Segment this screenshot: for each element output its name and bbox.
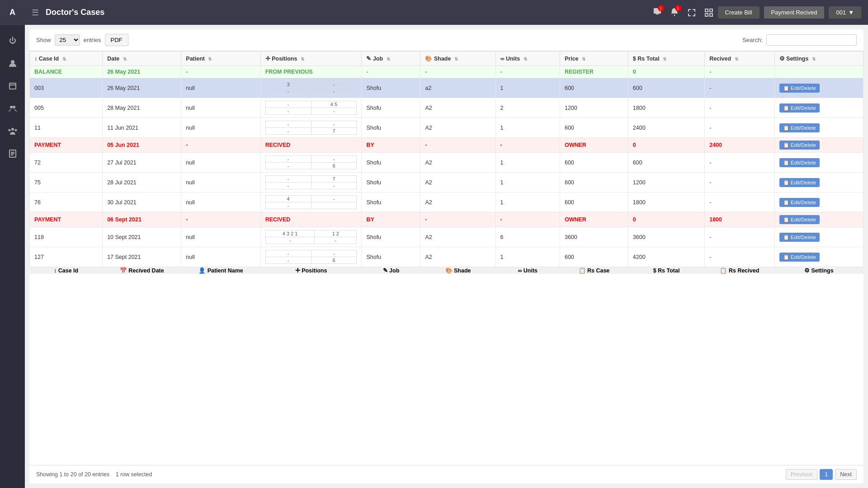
sidebar-item-group[interactable] bbox=[0, 120, 25, 142]
show-label: Show bbox=[36, 37, 51, 43]
main-area: ☰ Doctor's Cases 1 1 Create Bill Payment… bbox=[25, 0, 868, 488]
cell-positions: 3--- bbox=[260, 78, 362, 98]
edit-delete-button[interactable]: 📋 Edit/Delete bbox=[779, 123, 820, 132]
cell-date: 17 Sept 2021 bbox=[103, 247, 181, 267]
cell-units: 1 bbox=[495, 173, 560, 192]
col-header-patient[interactable]: Patient ⇅ bbox=[181, 52, 260, 66]
hamburger-menu[interactable]: ☰ bbox=[32, 8, 39, 18]
cell-case-id: 003 bbox=[30, 78, 103, 98]
cell-units: 1 bbox=[495, 247, 560, 267]
col-header-recived[interactable]: Recived ⇅ bbox=[705, 52, 774, 66]
cell-recived: - bbox=[705, 98, 774, 118]
table-row[interactable]: 75 28 Jul 2021 null -7-- Shofu A2 1 600 … bbox=[30, 173, 863, 192]
search-label: Search: bbox=[742, 37, 763, 43]
app-logo: A bbox=[0, 0, 25, 25]
controls-left: Show 10 25 50 100 entries PDF bbox=[36, 34, 128, 46]
page-1-button[interactable]: 1 bbox=[820, 469, 833, 480]
create-bill-button[interactable]: Create Bill bbox=[718, 6, 760, 19]
cell-price: 1200 bbox=[560, 98, 628, 118]
cell-positions: FROM PREVIOUS bbox=[260, 66, 362, 78]
col-header-positions[interactable]: ✛ Positions ⇅ bbox=[260, 52, 362, 66]
cell-patient: null bbox=[181, 118, 260, 138]
search-input[interactable] bbox=[766, 34, 857, 46]
table-row[interactable]: 127 17 Sept 2021 null ---6 Shofu A2 1 60… bbox=[30, 247, 863, 267]
footer-col-rs-case[interactable]: 📋 Rs Case bbox=[560, 267, 628, 274]
cell-recived: - bbox=[705, 247, 774, 267]
edit-delete-button[interactable]: 📋 Edit/Delete bbox=[779, 141, 820, 150]
footer-col-rs-total[interactable]: $ Rs Total bbox=[628, 267, 704, 274]
footer-col-job[interactable]: ✎ Job bbox=[362, 267, 420, 274]
edit-delete-button[interactable]: 📋 Edit/Delete bbox=[779, 103, 820, 113]
next-page-button[interactable]: Next bbox=[835, 469, 857, 480]
cell-rs-total: 0 bbox=[628, 66, 704, 78]
controls-bar: Show 10 25 50 100 entries PDF Search: bbox=[29, 29, 863, 51]
footer-col-positions[interactable]: ✛ Positions bbox=[260, 267, 362, 274]
col-header-job[interactable]: ✎ Job ⇅ bbox=[362, 52, 420, 66]
footer-col-case-id[interactable]: ↕ Case Id bbox=[30, 267, 103, 274]
col-header-shade[interactable]: 🎨 Shade ⇅ bbox=[420, 52, 495, 66]
edit-delete-button[interactable]: 📋 Edit/Delete bbox=[779, 215, 820, 224]
cell-action: 📋 Edit/Delete bbox=[774, 212, 863, 227]
svg-rect-15 bbox=[705, 14, 708, 16]
pdf-button[interactable]: PDF bbox=[105, 34, 128, 46]
cell-action: 📋 Edit/Delete bbox=[774, 153, 863, 173]
payment-received-button[interactable]: Payment Recived bbox=[764, 6, 825, 19]
doctor-code-button[interactable]: 001 ▼ bbox=[829, 6, 861, 19]
cell-units: - bbox=[495, 212, 560, 227]
footer-col-patient-name[interactable]: 👤 Patient Name bbox=[181, 267, 260, 274]
table-row[interactable]: 005 28 May 2021 null -4 5-- Shofu A2 2 1… bbox=[30, 98, 863, 118]
edit-delete-button[interactable]: 📋 Edit/Delete bbox=[779, 158, 820, 167]
grid-icon[interactable] bbox=[704, 8, 713, 17]
cell-case-id: 005 bbox=[30, 98, 103, 118]
previous-page-button[interactable]: Previous bbox=[786, 469, 818, 480]
table-row[interactable]: 118 10 Sept 2021 null 4 3 2 11 2-- Shofu… bbox=[30, 227, 863, 247]
sidebar-item-profile[interactable] bbox=[0, 52, 25, 75]
cell-price: REGISTER bbox=[560, 66, 628, 78]
pagination-info: Showing 1 to 20 of 20 entries 1 row sele… bbox=[36, 471, 152, 478]
col-header-price[interactable]: Price ⇅ bbox=[560, 52, 628, 66]
cell-action: 📋 Edit/Delete bbox=[774, 247, 863, 267]
entries-select[interactable]: 10 25 50 100 bbox=[55, 34, 80, 46]
controls-right: Search: bbox=[742, 34, 857, 46]
svg-rect-1 bbox=[9, 83, 16, 89]
sidebar-item-cases[interactable] bbox=[0, 75, 25, 97]
col-header-rs-total[interactable]: $ Rs Total ⇅ bbox=[628, 52, 704, 66]
cell-positions: ---6 bbox=[260, 153, 362, 173]
message-icon-wrapper[interactable]: 1 bbox=[653, 7, 662, 18]
expand-icon[interactable] bbox=[687, 8, 696, 17]
footer-col-units[interactable]: ∞ Units bbox=[495, 267, 560, 274]
footer-col-recived-date[interactable]: 📅 Recived Date bbox=[103, 267, 181, 274]
cell-recived: - bbox=[705, 66, 774, 78]
col-header-settings[interactable]: ⚙ Settings ⇅ bbox=[774, 52, 863, 66]
pagination-controls: Previous 1 Next bbox=[786, 469, 857, 480]
footer-col-rs-recived[interactable]: 📋 Rs Recived bbox=[705, 267, 774, 274]
pagination-bar: Showing 1 to 20 of 20 entries 1 row sele… bbox=[29, 465, 863, 483]
footer-col-shade[interactable]: 🎨 Shade bbox=[420, 267, 495, 274]
cell-case-id: PAYMENT bbox=[30, 138, 103, 153]
col-header-units[interactable]: ∞ Units ⇅ bbox=[495, 52, 560, 66]
doctor-code-label: 001 bbox=[836, 9, 846, 16]
footer-col-settings[interactable]: ⚙ Settings bbox=[774, 267, 863, 274]
table-row[interactable]: 72 27 Jul 2021 null ---6 Shofu A2 1 600 … bbox=[30, 153, 863, 173]
cell-rs-total: 1800 bbox=[628, 192, 704, 212]
cell-shade: A2 bbox=[420, 192, 495, 212]
edit-delete-button[interactable]: 📋 Edit/Delete bbox=[779, 84, 820, 93]
table-row[interactable]: 76 30 Jul 2021 null 4-- Shofu A2 1 600 1… bbox=[30, 192, 863, 212]
cell-case-id: 76 bbox=[30, 192, 103, 212]
table-row[interactable]: 11 11 Jun 2021 null ---7 Shofu A2 1 600 … bbox=[30, 118, 863, 138]
edit-delete-button[interactable]: 📋 Edit/Delete bbox=[779, 233, 820, 242]
cell-recived: - bbox=[705, 192, 774, 212]
cell-recived: - bbox=[705, 173, 774, 192]
col-header-case-id[interactable]: ↕ Case Id ⇅ bbox=[30, 52, 103, 66]
cell-patient: null bbox=[181, 192, 260, 212]
bell-icon-wrapper[interactable]: 1 bbox=[670, 7, 679, 18]
sidebar-item-users[interactable] bbox=[0, 97, 25, 120]
edit-delete-button[interactable]: 📋 Edit/Delete bbox=[779, 198, 820, 207]
edit-delete-button[interactable]: 📋 Edit/Delete bbox=[779, 253, 820, 262]
edit-delete-button[interactable]: 📋 Edit/Delete bbox=[779, 178, 820, 187]
table-row[interactable]: 003 26 May 2021 null 3--- Shofu a2 1 600… bbox=[30, 78, 863, 98]
col-header-date[interactable]: Date ⇅ bbox=[103, 52, 181, 66]
sidebar-item-reports[interactable] bbox=[0, 142, 25, 165]
cell-units: 1 bbox=[495, 192, 560, 212]
sidebar-item-power[interactable]: ⏻ bbox=[0, 29, 25, 52]
